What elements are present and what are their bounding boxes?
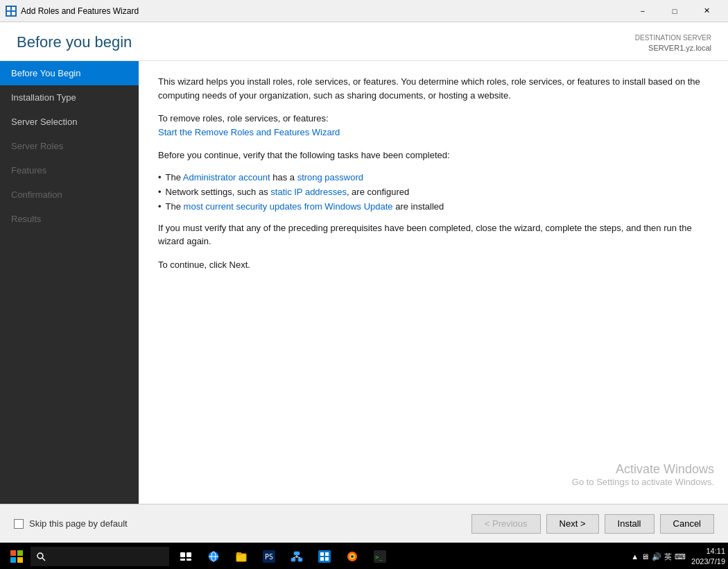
svg-rect-6 xyxy=(10,557,16,563)
taskbar-icon-network[interactable] xyxy=(283,543,311,569)
close-button[interactable]: ✕ xyxy=(691,0,722,22)
server-name: SERVER1.yz.local xyxy=(635,43,711,53)
window-controls: − □ ✕ xyxy=(627,0,722,22)
svg-rect-1 xyxy=(12,7,15,10)
taskbar: PS >_ ▲ 🖥 🔊 英 ⌨ 14:11 xyxy=(0,543,728,569)
svg-rect-13 xyxy=(187,559,191,561)
svg-rect-21 xyxy=(294,552,300,555)
remove-roles-link[interactable]: Start the Remove Roles and Features Wiza… xyxy=(158,127,340,137)
svg-rect-28 xyxy=(320,552,324,556)
skip-page-checkbox-label[interactable]: Skip this page by default xyxy=(14,518,128,529)
app-icon xyxy=(6,6,17,17)
footer-right: < Previous Next > Install Cancel xyxy=(471,514,714,534)
taskbar-icon-ie[interactable] xyxy=(200,543,227,569)
sidebar-item-results: Results xyxy=(0,207,139,231)
taskbar-icon-explorer[interactable] xyxy=(227,543,255,569)
system-tray: ▲ 🖥 🔊 英 ⌨ xyxy=(631,552,686,562)
install-button[interactable]: Install xyxy=(605,514,655,534)
list-item: The most current security updates from W… xyxy=(158,201,709,212)
minimize-button[interactable]: − xyxy=(627,0,659,22)
prereq-intro: Before you continue, verify that the fol… xyxy=(158,148,709,162)
verify-note: If you must verify that any of the prece… xyxy=(158,221,709,248)
list-item: Network settings, such as static IP addr… xyxy=(158,187,709,197)
taskbar-icon-powershell[interactable]: PS xyxy=(255,543,283,569)
svg-rect-7 xyxy=(17,557,23,563)
taskbar-right: ▲ 🖥 🔊 英 ⌨ 14:11 2023/7/19 xyxy=(631,546,725,568)
taskbar-icon-wizard[interactable] xyxy=(311,543,338,569)
start-button[interactable] xyxy=(3,543,31,569)
wizard-content: This wizard helps you install roles, rol… xyxy=(139,61,728,504)
svg-rect-18 xyxy=(236,552,241,555)
sidebar-item-server-selection[interactable]: Server Selection xyxy=(0,110,139,134)
cancel-button[interactable]: Cancel xyxy=(660,514,714,534)
svg-rect-30 xyxy=(320,557,324,561)
svg-line-9 xyxy=(42,558,45,561)
svg-rect-11 xyxy=(187,552,191,557)
taskbar-icon-terminal[interactable]: >_ xyxy=(366,543,394,569)
svg-point-8 xyxy=(37,553,43,559)
list-item: The Administrator account has a strong p… xyxy=(158,172,709,182)
continue-note: To continue, click Next. xyxy=(158,258,709,272)
title-bar: Add Roles and Features Wizard − □ ✕ xyxy=(0,0,728,22)
taskbar-icon-task-view[interactable] xyxy=(172,543,200,569)
next-button[interactable]: Next > xyxy=(546,514,599,534)
window-title: Add Roles and Features Wizard xyxy=(21,6,627,16)
destination-server-info: DESTINATION SERVER SERVER1.yz.local xyxy=(635,33,711,53)
taskbar-app-icons: PS >_ xyxy=(172,543,394,569)
sidebar-item-installation-type[interactable]: Installation Type xyxy=(0,85,139,110)
intro-paragraph: This wizard helps you install roles, rol… xyxy=(158,75,709,102)
wizard-footer: Skip this page by default < Previous Nex… xyxy=(0,504,728,543)
svg-rect-2 xyxy=(7,12,10,15)
wizard-body: Before You Begin Installation Type Serve… xyxy=(0,61,728,504)
svg-text:PS: PS xyxy=(265,553,273,561)
sidebar-item-confirmation: Confirmation xyxy=(0,182,139,207)
sidebar: Before You Begin Installation Type Serve… xyxy=(0,61,139,504)
prerequisites-list: The Administrator account has a strong p… xyxy=(158,172,709,212)
footer-left: Skip this page by default xyxy=(14,518,471,529)
svg-rect-12 xyxy=(180,559,185,561)
svg-rect-22 xyxy=(291,558,295,561)
destination-label: DESTINATION SERVER xyxy=(635,33,711,43)
taskbar-search[interactable] xyxy=(31,547,169,566)
taskbar-icon-firefox[interactable] xyxy=(338,543,366,569)
sidebar-item-before-you-begin[interactable]: Before You Begin xyxy=(0,61,139,85)
svg-rect-0 xyxy=(7,7,10,10)
svg-rect-10 xyxy=(180,552,185,557)
svg-text:>_: >_ xyxy=(375,554,383,561)
svg-rect-23 xyxy=(298,558,302,561)
remove-section-label: To remove roles, role services, or featu… xyxy=(158,112,709,139)
maximize-button[interactable]: □ xyxy=(659,0,691,22)
svg-rect-31 xyxy=(325,557,329,561)
previous-button[interactable]: < Previous xyxy=(471,514,541,534)
svg-rect-5 xyxy=(17,550,23,556)
skip-page-checkbox[interactable] xyxy=(14,519,24,529)
svg-point-34 xyxy=(351,555,354,558)
svg-rect-27 xyxy=(318,550,331,563)
clock: 14:11 2023/7/19 xyxy=(691,546,725,568)
sidebar-item-server-roles: Server Roles xyxy=(0,134,139,158)
sidebar-item-features: Features xyxy=(0,158,139,182)
svg-rect-4 xyxy=(10,550,16,556)
wizard-header: Before you begin DESTINATION SERVER SERV… xyxy=(0,22,728,61)
svg-rect-29 xyxy=(325,552,329,556)
page-title: Before you begin xyxy=(17,33,132,51)
svg-rect-3 xyxy=(12,12,15,15)
wizard-window: Before you begin DESTINATION SERVER SERV… xyxy=(0,22,728,543)
